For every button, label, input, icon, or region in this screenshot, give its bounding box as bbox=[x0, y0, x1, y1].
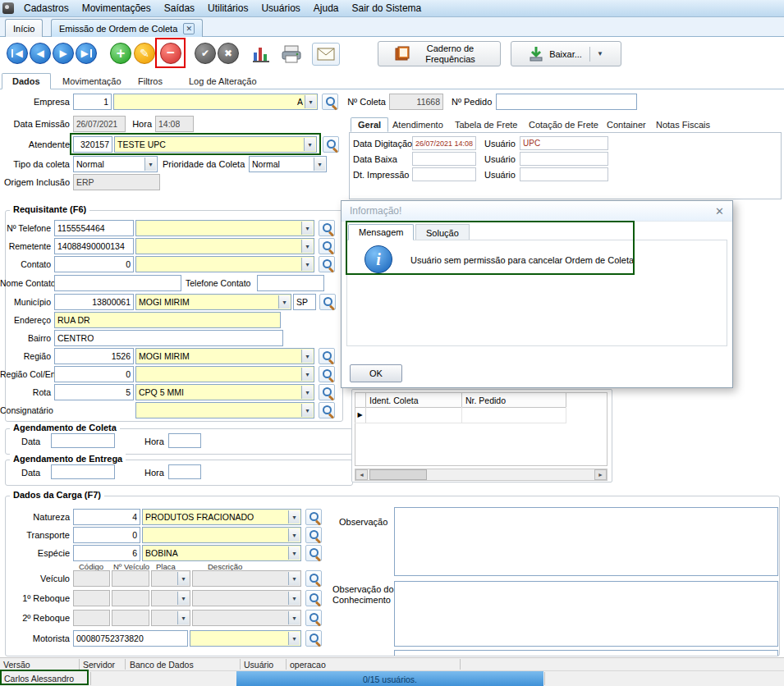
grid-cell-empty[interactable] bbox=[462, 407, 566, 423]
dialog-ok-button[interactable]: OK bbox=[350, 364, 402, 382]
motorista-combo[interactable] bbox=[190, 630, 301, 647]
regiao-colent-combo[interactable] bbox=[135, 366, 314, 382]
dropdown-arrow-icon[interactable] bbox=[301, 258, 313, 271]
subtab-log-alteracao[interactable]: Log de Alteração bbox=[179, 73, 267, 89]
observacao-textarea[interactable] bbox=[394, 507, 778, 576]
especie-combo[interactable]: BOBINA bbox=[142, 545, 301, 561]
dialog-titlebar[interactable]: Informação! ✕ bbox=[342, 201, 732, 222]
menu-movimentacoes[interactable]: Movimentações bbox=[76, 0, 158, 17]
empresa-combo[interactable]: A bbox=[113, 94, 318, 110]
contato-input[interactable]: 0 bbox=[54, 256, 134, 272]
subtab-dados[interactable]: Dados bbox=[2, 73, 51, 89]
endereco-input[interactable]: RUA DR bbox=[54, 312, 281, 328]
municipio-code-input[interactable]: 13800061 bbox=[54, 294, 134, 310]
subtab-movimentacao[interactable]: Movimentação bbox=[53, 73, 131, 89]
agendamento-entrega-hora-input[interactable] bbox=[168, 464, 201, 479]
agendamento-coleta-data-input[interactable] bbox=[51, 433, 115, 448]
dropdown-arrow-icon[interactable] bbox=[288, 632, 300, 645]
consignatario-search-icon[interactable] bbox=[319, 402, 335, 418]
natureza-search-icon[interactable] bbox=[305, 509, 322, 525]
empresa-code-input[interactable]: 1 bbox=[73, 94, 112, 110]
telefone-contato-input[interactable] bbox=[257, 275, 324, 291]
municipio-search-icon[interactable] bbox=[319, 294, 336, 310]
menu-ajuda[interactable]: Ajuda bbox=[307, 0, 346, 17]
tab-close-icon[interactable]: ✕ bbox=[183, 23, 195, 34]
scroll-left-icon[interactable]: ◄ bbox=[355, 469, 368, 480]
consignatario-combo[interactable] bbox=[135, 402, 314, 418]
dialog-tab-mensagem[interactable]: Mensagem bbox=[348, 224, 414, 240]
uf-field[interactable]: SP bbox=[293, 294, 316, 310]
remetente-search-icon[interactable] bbox=[319, 238, 335, 254]
regiao-code-input[interactable]: 1526 bbox=[54, 348, 134, 364]
mail-button[interactable] bbox=[312, 43, 340, 66]
tipo-coleta-combo[interactable]: Normal bbox=[73, 156, 158, 172]
veiculo-search-icon[interactable] bbox=[305, 570, 322, 587]
atendente-search-icon[interactable] bbox=[323, 136, 339, 153]
empresa-search-icon[interactable] bbox=[322, 94, 338, 110]
especie-code-input[interactable]: 6 bbox=[73, 545, 140, 561]
dropdown-arrow-icon[interactable] bbox=[144, 158, 156, 171]
dropdown-arrow-icon[interactable] bbox=[301, 222, 313, 235]
tab-inicio[interactable]: Início bbox=[5, 19, 43, 37]
contato-search-icon[interactable] bbox=[319, 256, 335, 272]
contato-combo[interactable] bbox=[135, 256, 314, 272]
atendente-code-input[interactable]: 320157 bbox=[73, 136, 112, 153]
remetente-combo[interactable] bbox=[135, 238, 314, 254]
grid-col-nr-pedido[interactable]: Nr. Pedido bbox=[461, 392, 566, 408]
geral-tab-cotacao-frete[interactable]: Cotação de Frete bbox=[522, 117, 605, 132]
baixar-button[interactable]: Baixar... ▼ bbox=[511, 41, 621, 66]
menu-usuarios[interactable]: Usuários bbox=[254, 0, 306, 17]
cancel-button[interactable]: ✖ bbox=[218, 43, 239, 64]
dropdown-arrow-icon[interactable] bbox=[288, 510, 300, 524]
regiao-search-icon[interactable] bbox=[319, 348, 335, 364]
natureza-code-input[interactable]: 4 bbox=[73, 509, 140, 525]
confirm-button[interactable]: ✔ bbox=[195, 43, 216, 64]
bairro-input[interactable]: CENTRO bbox=[54, 330, 283, 346]
prioridade-combo[interactable]: Normal bbox=[249, 156, 327, 172]
grid-cell-empty[interactable] bbox=[366, 407, 462, 423]
geral-tab-tabela-frete[interactable]: Tabela de Frete bbox=[448, 117, 524, 132]
rota-code-input[interactable]: 5 bbox=[54, 384, 134, 400]
observacao-conhecimento-textarea[interactable] bbox=[394, 581, 778, 647]
transporte-combo[interactable] bbox=[142, 527, 301, 543]
regiao-colent-search-icon[interactable] bbox=[319, 366, 335, 382]
geral-tab-atendimento[interactable]: Atendimento bbox=[386, 117, 450, 132]
add-button[interactable]: + bbox=[110, 43, 131, 64]
menu-saidas[interactable]: Saídas bbox=[158, 0, 201, 17]
agendamento-entrega-data-input[interactable] bbox=[51, 464, 115, 479]
reboque2-search-icon[interactable] bbox=[305, 610, 322, 626]
regiao-combo[interactable]: MOGI MIRIM bbox=[135, 348, 314, 364]
municipio-combo[interactable]: MOGI MIRIM bbox=[135, 294, 291, 310]
pedidos-hscrollbar[interactable]: ◄ ► bbox=[355, 469, 607, 481]
nome-contato-input[interactable] bbox=[54, 275, 181, 291]
dropdown-arrow-icon[interactable] bbox=[288, 547, 300, 560]
regiao-colent-input[interactable]: 0 bbox=[54, 366, 134, 382]
especie-search-icon[interactable] bbox=[305, 545, 322, 561]
baixar-dropdown-caret-icon[interactable]: ▼ bbox=[589, 47, 603, 62]
natureza-combo[interactable]: PRODUTOS FRACIONADO bbox=[142, 509, 301, 525]
dropdown-arrow-icon[interactable] bbox=[288, 528, 300, 542]
nav-last-button[interactable]: ▶ bbox=[76, 43, 97, 64]
chart-icon[interactable] bbox=[251, 44, 271, 64]
telefone-combo[interactable] bbox=[135, 220, 314, 236]
dropdown-arrow-icon[interactable] bbox=[301, 368, 313, 381]
grid-col-ident-coleta[interactable]: Ident. Coleta bbox=[365, 392, 462, 408]
scrollbar-thumb[interactable] bbox=[369, 469, 427, 480]
delete-button[interactable]: − bbox=[160, 43, 181, 64]
agendamento-coleta-hora-input[interactable] bbox=[168, 433, 201, 448]
dropdown-arrow-icon[interactable] bbox=[301, 240, 313, 253]
geral-tab-geral[interactable]: Geral bbox=[351, 117, 388, 132]
scroll-right-icon[interactable]: ► bbox=[594, 469, 607, 480]
menu-sair[interactable]: Sair do Sistema bbox=[346, 0, 429, 17]
nav-prev-button[interactable]: ◀ bbox=[30, 43, 51, 64]
caderno-frequencias-button[interactable]: Caderno de Frequências bbox=[378, 41, 501, 66]
nav-next-button[interactable]: ▶ bbox=[53, 43, 74, 64]
dropdown-arrow-icon[interactable] bbox=[305, 95, 316, 108]
menu-cadastros[interactable]: Cadastros bbox=[17, 0, 76, 17]
tab-emissao-ordem-coleta[interactable]: Emissão de Ordem de Coleta ✕ bbox=[51, 19, 203, 37]
reboque1-search-icon[interactable] bbox=[305, 590, 322, 606]
transporte-code-input[interactable]: 0 bbox=[73, 527, 140, 543]
transporte-search-icon[interactable] bbox=[305, 527, 322, 543]
motorista-search-icon[interactable] bbox=[305, 630, 322, 647]
edit-button[interactable]: ✎ bbox=[134, 43, 155, 64]
